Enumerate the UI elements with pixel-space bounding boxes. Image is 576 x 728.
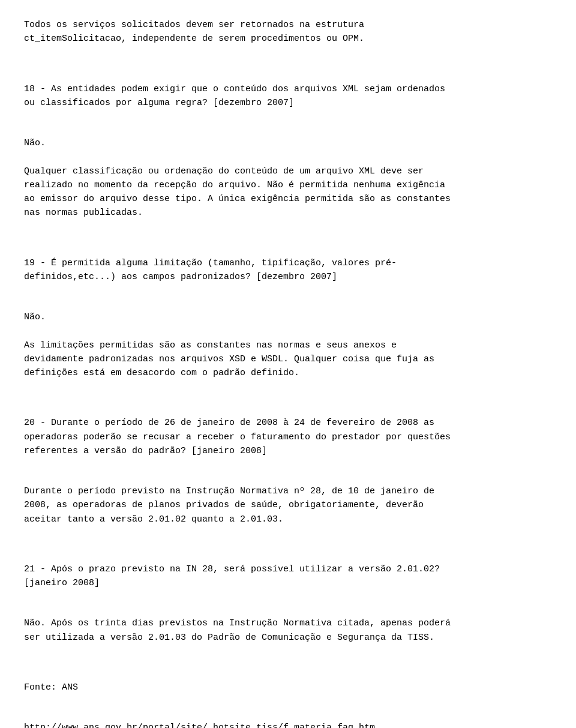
q21-block: 21 - Após o prazo previsto na IN 28, ser… <box>24 562 552 591</box>
intro-text: Todos os serviços solicitados devem ser … <box>24 18 552 46</box>
a21-block: Não. Após os trinta dias previstos na In… <box>24 616 552 645</box>
q19-text: 19 - É permitida alguma limitação (taman… <box>24 256 552 284</box>
main-content: Todos os serviços solicitados devem ser … <box>24 18 552 728</box>
intro-block: Todos os serviços solicitados devem ser … <box>24 18 552 46</box>
a18-text: Não. Qualquer classificação ou ordenação… <box>24 136 552 220</box>
a20-text: Durante o período previsto na Instrução … <box>24 484 552 526</box>
fonte-text: Fonte: ANS <box>24 681 552 694</box>
url-text: http://www.ans.gov.br/portal/site/_hotsi… <box>24 721 552 728</box>
fonte-block: Fonte: ANS <box>24 681 552 694</box>
url-block: http://www.ans.gov.br/portal/site/_hotsi… <box>24 721 552 728</box>
a20-block: Durante o período previsto na Instrução … <box>24 484 552 526</box>
q19-block: 19 - É permitida alguma limitação (taman… <box>24 256 552 284</box>
q20-text: 20 - Durante o período de 26 de janeiro … <box>24 416 552 458</box>
a18-block: Não. Qualquer classificação ou ordenação… <box>24 136 552 220</box>
q18-text: 18 - As entidades podem exigir que o con… <box>24 82 552 110</box>
a21-text: Não. Após os trinta dias previstos na In… <box>24 616 552 645</box>
q20-block: 20 - Durante o período de 26 de janeiro … <box>24 416 552 458</box>
q21-text: 21 - Após o prazo previsto na IN 28, ser… <box>24 562 552 591</box>
a19-block: Não. As limitações permitidas são as con… <box>24 310 552 380</box>
q18-block: 18 - As entidades podem exigir que o con… <box>24 82 552 110</box>
a19-text: Não. As limitações permitidas são as con… <box>24 310 552 380</box>
